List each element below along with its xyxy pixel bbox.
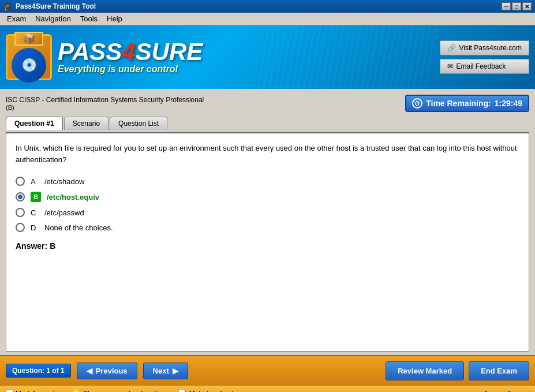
maximize-button[interactable]: □ — [512, 2, 521, 10]
external-link-icon: 🔗 — [447, 44, 456, 52]
notes-icon: 📝 — [178, 390, 187, 393]
menu-bar: Exam Navigation Tools Help — [0, 13, 535, 25]
logo-text: PASS4SURE Everything is under control — [58, 40, 203, 74]
tabs-bar: Question #1 Scenario Question List — [6, 117, 529, 130]
option-d[interactable]: D None of the choices. — [16, 223, 519, 232]
radio-a[interactable] — [16, 177, 25, 186]
clock-icon: ⏱ — [412, 98, 422, 109]
exam-title: ISC CISSP - Certified Information System… — [6, 96, 204, 104]
sure-text: SURE — [136, 38, 203, 65]
logo-box: 📦 💿 — [6, 34, 52, 80]
lightbulb-icon: 💡 — [72, 390, 81, 393]
answer-value: B — [50, 241, 55, 251]
content-area: ISC CISSP - Certified Information System… — [0, 89, 535, 355]
tagline: Everything is under control — [58, 64, 203, 74]
exam-title-area: ISC CISSP - Certified Information System… — [6, 92, 529, 114]
sub-bottom-bar: Mark for review 💡 Show answers/explanati… — [0, 385, 535, 392]
exam-info: ISC CISSP - Certified Information System… — [6, 96, 204, 111]
header-buttons: 🔗 Visit Pass4sure.com ✉ Email Feedback — [440, 40, 530, 74]
option-text-d: None of the choices. — [44, 223, 113, 232]
option-c[interactable]: C /etc/passwd — [16, 208, 519, 217]
contact-support-link[interactable]: Contact Support — [484, 390, 530, 393]
email-icon: ✉ — [447, 62, 453, 70]
mark-for-review-item: Mark for review — [6, 390, 63, 393]
end-exam-button[interactable]: End Exam — [469, 361, 529, 380]
menu-help[interactable]: Help — [102, 13, 127, 24]
review-marked-button[interactable]: Review Marked — [386, 361, 464, 380]
answer-line: Answer: B — [16, 241, 519, 251]
answer-label: Answer: — [16, 241, 47, 251]
timer-badge: ⏱ Time Remaining: 1:29:49 — [405, 95, 529, 112]
previous-button[interactable]: ◀ Previous — [77, 363, 137, 379]
minimize-button[interactable]: ─ — [502, 2, 511, 10]
bottom-nav-bar: Question: 1 of 1 ◀ Previous Next ▶ Revie… — [0, 355, 535, 385]
menu-tools[interactable]: Tools — [76, 13, 102, 24]
close-button[interactable]: ✕ — [522, 2, 532, 10]
radio-b[interactable] — [16, 192, 25, 201]
header-decoration — [252, 25, 436, 89]
app-icon: 🎓 — [3, 2, 13, 11]
menu-navigation[interactable]: Navigation — [31, 13, 75, 24]
mark-for-review-label: Mark for review — [16, 390, 63, 393]
pass-text: PASS — [58, 38, 122, 65]
option-letter-b-badge: B — [31, 192, 41, 202]
window-controls: ─ □ ✕ — [502, 2, 532, 10]
timer-value: 1:29:49 — [495, 99, 522, 108]
prev-arrow-icon: ◀ — [87, 367, 92, 375]
make-notes-link[interactable]: 📝 Make/read notes — [178, 390, 241, 393]
option-text-b: /etc/host.equiv — [47, 193, 99, 201]
radio-b-fill — [18, 195, 23, 199]
radio-c[interactable] — [16, 208, 25, 217]
next-button[interactable]: Next ▶ — [143, 363, 188, 379]
four-text: 4 — [122, 38, 135, 65]
exam-subtitle: (B) — [6, 104, 204, 111]
question-counter: Question: 1 of 1 — [6, 364, 71, 378]
visit-pass4sure-button[interactable]: 🔗 Visit Pass4sure.com — [440, 40, 530, 55]
tab-questionlist[interactable]: Question List — [110, 117, 167, 130]
tab-scenario[interactable]: Scenario — [64, 117, 109, 130]
mark-for-review-checkbox[interactable] — [6, 390, 13, 392]
timer-label: Time Remaining: — [426, 99, 491, 108]
next-arrow-icon: ▶ — [173, 367, 178, 375]
brand-name: PASS4SURE — [58, 40, 203, 64]
tab-question1[interactable]: Question #1 — [6, 117, 63, 130]
question-text: In Unix, which file is required for you … — [16, 143, 519, 165]
bottom-actions: Review Marked End Exam — [386, 361, 529, 380]
option-text-a: /etc/shadow — [44, 177, 84, 186]
title-bar: 🎓 Pass4Sure Training Tool ─ □ ✕ — [0, 0, 535, 13]
option-letter-c: C — [31, 208, 39, 217]
option-letter-d: D — [31, 223, 39, 232]
menu-exam[interactable]: Exam — [2, 13, 31, 24]
option-text-c: /etc/passwd — [44, 208, 84, 217]
radio-d[interactable] — [16, 223, 25, 232]
option-b[interactable]: B /etc/host.equiv — [16, 192, 519, 202]
app-title: Pass4Sure Training Tool — [16, 2, 96, 10]
option-a[interactable]: A /etc/shadow — [16, 177, 519, 186]
email-feedback-button[interactable]: ✉ Email Feedback — [440, 59, 530, 74]
cd-icon: 💿 — [12, 48, 46, 83]
header-banner: 📦 💿 PASS4SURE Everything is under contro… — [0, 25, 535, 89]
option-letter-a: A — [31, 177, 39, 186]
question-panel: In Unix, which file is required for you … — [6, 132, 529, 352]
show-answers-link[interactable]: 💡 Show answers/explanations — [72, 390, 169, 393]
